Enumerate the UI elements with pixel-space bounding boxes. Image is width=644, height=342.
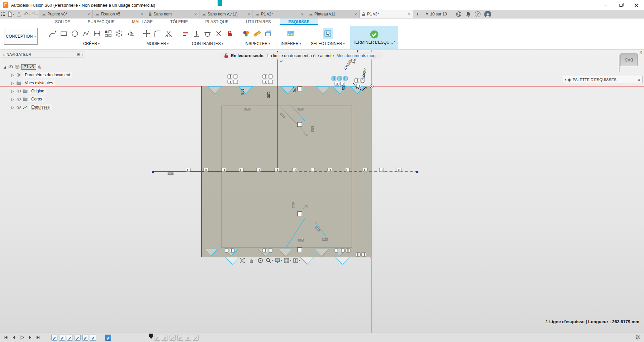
timeline-feature-suppressed[interactable]	[162, 335, 168, 341]
tab-close-icon[interactable]: ×	[88, 12, 90, 17]
timeline-feature-suppressed[interactable]	[154, 335, 160, 341]
grid-settings-button[interactable]: ▾	[284, 257, 291, 264]
tangent-constraint-button[interactable]	[202, 28, 213, 39]
rectangle-tool-button[interactable]	[58, 28, 69, 39]
ribbon-tab-surfacique[interactable]: SURFACIQUE	[79, 18, 123, 25]
redo-button[interactable]: ↷▾	[32, 11, 38, 17]
dimension-tool-button[interactable]	[92, 28, 102, 39]
tree-item-vues[interactable]: ▷ Vues existantes	[1, 79, 85, 87]
fix-constraint-button[interactable]	[225, 28, 235, 39]
timeline-feature[interactable]	[67, 335, 73, 341]
doc-tab-p1v3-active[interactable]: P1 v3* ×	[360, 10, 413, 18]
tree-collapse-icon[interactable]: ▷	[11, 81, 15, 85]
fit-view-button[interactable]	[238, 257, 246, 264]
select-tool-button[interactable]	[323, 28, 333, 39]
trim-tool-button[interactable]	[164, 28, 174, 39]
doc-tab-sansnom[interactable]: Sans nom ×	[146, 10, 199, 18]
visibility-eye-icon[interactable]	[16, 105, 21, 110]
display-settings-button[interactable]: ▾	[275, 257, 282, 264]
perpendicular-constraint-button[interactable]	[191, 28, 202, 39]
viewports-button[interactable]: ▾	[293, 257, 300, 264]
expand-panel-icon[interactable]: ›	[82, 52, 83, 56]
spline-tool-button[interactable]	[47, 28, 58, 39]
horizontal-vertical-constraint-button[interactable]	[180, 28, 191, 39]
tab-close-icon[interactable]: ×	[408, 12, 411, 17]
file-menu-button[interactable]: ▾	[7, 11, 14, 17]
analysis-tool-button[interactable]	[241, 28, 251, 39]
group-label-modifier[interactable]: MODIFIER	[146, 41, 166, 46]
undo-button[interactable]: ↶▾	[24, 11, 30, 17]
line-tool-button[interactable]	[81, 28, 91, 39]
tab-close-icon[interactable]: ×	[355, 12, 357, 17]
collapse-panel-icon[interactable]: «	[3, 52, 5, 56]
new-tab-button[interactable]: +	[413, 10, 422, 18]
orbit-button[interactable]	[257, 257, 264, 264]
tree-collapse-icon[interactable]: ▷	[11, 73, 15, 77]
tab-close-icon[interactable]: ×	[248, 12, 250, 17]
navigator-header[interactable]: « NAVIGATEUR ◉ ›	[1, 51, 85, 57]
visibility-eye-icon[interactable]	[16, 89, 21, 94]
tree-expand-icon[interactable]: ◢	[3, 65, 7, 69]
insert-image-button[interactable]	[286, 28, 296, 39]
skip-to-start-button[interactable]	[3, 335, 8, 340]
timeline-feature[interactable]	[59, 335, 65, 341]
tree-item-corps[interactable]: ▷ Corps	[1, 95, 85, 103]
timeline-settings-button[interactable]	[635, 334, 641, 341]
timeline-feature-suppressed[interactable]	[193, 335, 199, 341]
ribbon-tab-esquisse[interactable]: ESQUISSE	[280, 18, 318, 25]
skip-to-end-button[interactable]	[36, 335, 41, 340]
tree-item-esquisses[interactable]: ▷ Esquisses	[1, 103, 85, 111]
notifications-bell-button[interactable]	[465, 11, 471, 17]
timeline-feature[interactable]	[82, 335, 88, 341]
globe-button[interactable]	[456, 11, 462, 17]
zoom-button[interactable]: ▾	[266, 257, 273, 264]
tree-root-row[interactable]: ◢ P1 v3 ◎	[1, 63, 85, 71]
tree-collapse-icon[interactable]: ▷	[11, 97, 15, 101]
circular-pattern-button[interactable]	[114, 28, 124, 39]
ribbon-tab-solide[interactable]: SOLIDE	[46, 18, 79, 25]
finish-sketch-button[interactable]: TERMINER L'ESQU...▾	[350, 26, 398, 49]
timeline-feature-suppressed[interactable]	[185, 335, 191, 341]
tab-close-icon[interactable]: ×	[141, 12, 144, 17]
tree-item-label[interactable]: Vues existantes	[23, 80, 55, 86]
group-label-inspecter[interactable]: INSPECTER	[244, 41, 268, 46]
canvas-viewport[interactable]: -125 -100 -75 -50 25 85.00 120.9636° 120…	[0, 50, 644, 333]
sketch-canvas[interactable]: -125 -100 -75 -50 25 85.00 120.9636° 120…	[0, 50, 644, 333]
app-grid-button[interactable]	[1, 12, 5, 16]
move-tool-button[interactable]	[141, 28, 152, 39]
circle-tool-button[interactable]	[70, 28, 80, 39]
pin-icon[interactable]: ◉	[77, 52, 80, 56]
ribbon-tab-plastique[interactable]: PLASTIQUE	[197, 18, 237, 25]
timeline-feature-suppressed[interactable]	[170, 335, 176, 341]
restore-button[interactable]	[613, 0, 629, 10]
my-documents-link[interactable]: Mes documents moc...	[336, 53, 379, 58]
ribbon-tab-maillage[interactable]: MAILLAGE	[123, 18, 162, 25]
tree-root-label[interactable]: P1 v3	[21, 64, 36, 70]
tab-close-icon[interactable]: ×	[301, 12, 304, 17]
activate-target-icon[interactable]: ◎	[38, 65, 41, 69]
visibility-eye-icon[interactable]	[16, 97, 21, 102]
tree-collapse-icon[interactable]: ▷	[11, 105, 15, 109]
tree-item-origine[interactable]: ▷ Origine	[1, 87, 85, 95]
origin-point[interactable]	[370, 85, 373, 88]
group-label-inserer[interactable]: INSÉRER	[281, 41, 298, 46]
help-button[interactable]: ?	[475, 11, 480, 17]
view-cube[interactable]: X BAS	[619, 51, 642, 74]
section-analysis-button[interactable]	[263, 28, 274, 39]
rectangular-pattern-button[interactable]	[103, 28, 113, 39]
tree-item-label[interactable]: Esquisses	[29, 104, 52, 110]
minimize-button[interactable]	[598, 0, 613, 10]
ribbon-tab-utilitaires[interactable]: UTILITAIRES	[237, 18, 280, 25]
timeline-feature-suppressed[interactable]	[177, 335, 183, 341]
step-forward-button[interactable]	[28, 335, 33, 340]
mirror-tool-button[interactable]	[125, 28, 135, 39]
pan-button[interactable]	[247, 257, 255, 264]
close-button[interactable]	[629, 0, 644, 10]
timeline-feature[interactable]	[90, 335, 96, 341]
fillet-tool-button[interactable]	[152, 28, 163, 39]
measure-tool-button[interactable]	[252, 28, 263, 39]
ribbon-tab-tolerie[interactable]: TÔLERIE	[162, 18, 197, 25]
doc-tab-fixation[interactable]: ☁ Fixation v5 ×	[93, 10, 146, 18]
group-label-creer[interactable]: CRÉER	[83, 41, 97, 46]
play-button[interactable]	[19, 335, 25, 340]
